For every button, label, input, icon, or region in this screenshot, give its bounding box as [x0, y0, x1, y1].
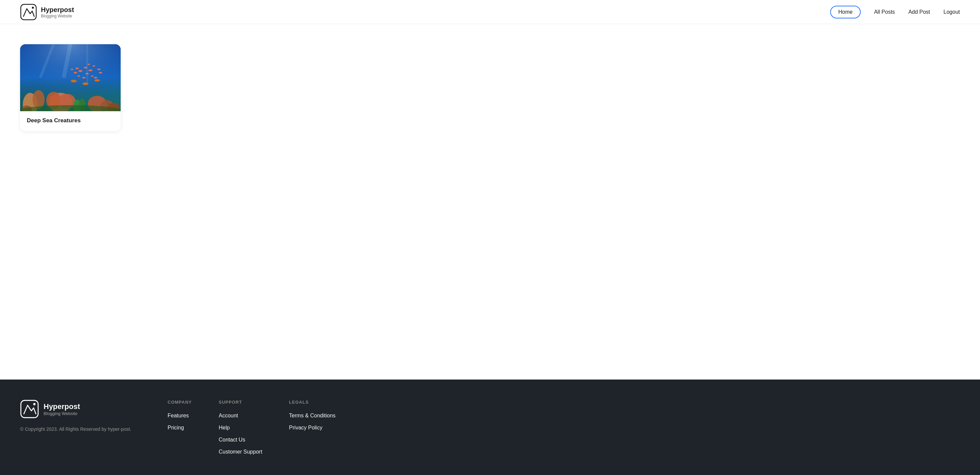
footer-link-contact-us[interactable]: Contact Us	[218, 437, 245, 443]
nav-all-posts[interactable]: All Posts	[874, 9, 895, 15]
svg-point-27	[91, 75, 94, 77]
svg-point-1	[32, 7, 34, 9]
svg-point-36	[83, 83, 89, 85]
post-card-title: Deep Sea Creatures	[27, 117, 114, 124]
footer-col-company-heading: COMPANY	[167, 400, 192, 405]
footer-column-company: COMPANY Features Pricing	[167, 400, 192, 455]
footer-link-features[interactable]: Features	[167, 413, 189, 418]
footer-column-legals: LEGALS Terms & Conditions Privacy Policy	[289, 400, 336, 455]
footer-link-customer-support[interactable]: Customer Support	[218, 449, 262, 454]
post-card[interactable]: Deep Sea Creatures	[20, 44, 121, 131]
logo-subtitle: Blogging Website	[41, 14, 74, 18]
footer-col-support-list: Account Help Contact Us Customer Support	[218, 413, 262, 455]
svg-point-20	[84, 67, 87, 69]
svg-point-38	[33, 403, 35, 405]
main-content: Deep Sea Creatures	[0, 24, 980, 380]
list-item: Contact Us	[218, 437, 262, 443]
footer-col-company-list: Features Pricing	[167, 413, 192, 431]
footer-brand: Hyperpost Blogging Website © Copyright 2…	[20, 400, 141, 432]
posts-grid: Deep Sea Creatures	[20, 44, 960, 131]
svg-point-31	[99, 72, 102, 74]
footer-copyright: © Copyright 2023. All Rights Reserved by…	[20, 426, 141, 432]
footer-col-legals-heading: LEGALS	[289, 400, 336, 405]
nav-logout[interactable]: Logout	[943, 9, 960, 15]
post-card-body: Deep Sea Creatures	[20, 111, 121, 131]
list-item: Help	[218, 425, 262, 431]
site-footer: Hyperpost Blogging Website © Copyright 2…	[0, 380, 980, 475]
footer-logo-subtitle: Blogging Website	[44, 411, 80, 416]
svg-point-25	[74, 72, 77, 74]
svg-point-22	[75, 68, 79, 69]
footer-inner: Hyperpost Blogging Website © Copyright 2…	[20, 400, 960, 455]
footer-logo-title: Hyperpost	[44, 402, 80, 411]
svg-point-30	[78, 75, 80, 77]
footer-columns: COMPANY Features Pricing SUPPORT Account	[167, 400, 960, 455]
svg-point-33	[94, 77, 97, 79]
svg-point-19	[78, 70, 83, 72]
list-item: Terms & Conditions	[289, 413, 336, 419]
logo-link[interactable]: Hyperpost Blogging Website	[20, 4, 74, 21]
nav-add-post[interactable]: Add Post	[908, 9, 930, 15]
svg-point-28	[82, 77, 86, 79]
svg-point-24	[92, 65, 95, 67]
footer-col-support-heading: SUPPORT	[218, 400, 262, 405]
svg-point-23	[86, 73, 89, 75]
post-image	[20, 44, 121, 111]
svg-point-21	[89, 69, 92, 71]
svg-point-29	[88, 64, 90, 65]
footer-link-terms[interactable]: Terms & Conditions	[289, 413, 336, 418]
site-header: Hyperpost Blogging Website Home All Post…	[0, 0, 980, 24]
footer-link-account[interactable]: Account	[218, 413, 238, 418]
list-item: Account	[218, 413, 262, 419]
list-item: Pricing	[167, 425, 192, 431]
logo-title: Hyperpost	[41, 6, 74, 14]
svg-point-35	[94, 79, 100, 82]
footer-column-support: SUPPORT Account Help Contact Us Customer…	[218, 400, 262, 455]
svg-point-32	[71, 69, 73, 70]
svg-rect-0	[21, 4, 36, 20]
list-item: Features	[167, 413, 192, 419]
footer-link-pricing[interactable]: Pricing	[167, 425, 184, 431]
footer-logo-area: Hyperpost Blogging Website	[20, 400, 141, 418]
svg-point-34	[71, 80, 77, 83]
footer-link-privacy[interactable]: Privacy Policy	[289, 425, 323, 431]
logo-icon	[20, 4, 37, 21]
list-item: Customer Support	[218, 449, 262, 455]
footer-link-help[interactable]: Help	[218, 425, 229, 431]
svg-rect-37	[21, 400, 38, 418]
main-nav: Home All Posts Add Post Logout	[830, 6, 960, 18]
list-item: Privacy Policy	[289, 425, 336, 431]
footer-col-legals-list: Terms & Conditions Privacy Policy	[289, 413, 336, 431]
nav-home[interactable]: Home	[830, 6, 861, 18]
svg-point-26	[97, 69, 100, 70]
footer-logo-icon	[20, 400, 39, 418]
